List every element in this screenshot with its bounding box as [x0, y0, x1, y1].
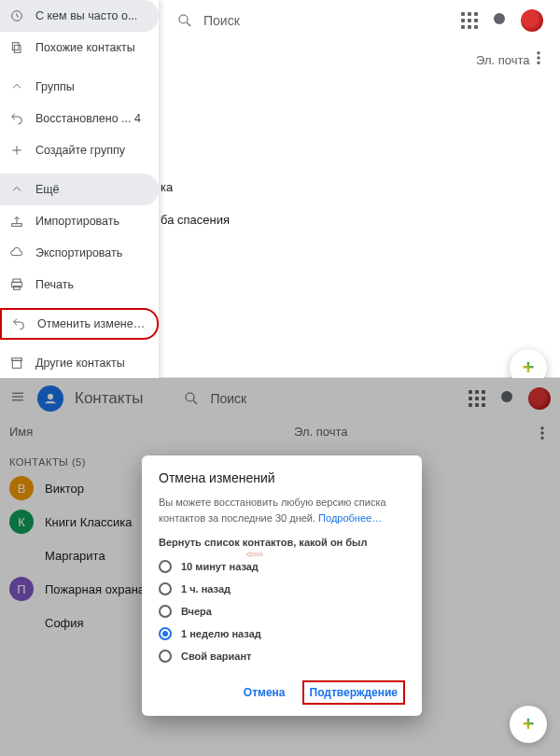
undo-icon — [9, 109, 24, 128]
sidebar-item[interactable]: Другие контакты — [0, 347, 159, 379]
radio-label: 1 неделю назад — [181, 628, 261, 639]
dialog-title: Отмена изменений — [159, 470, 405, 485]
sidebar-item-label: Экспортировать — [35, 246, 149, 259]
svg-point-2 — [494, 13, 505, 24]
sidebar: С кем вы часто о...Похожие контактыГрупп… — [0, 0, 159, 378]
sidebar-item-label: Похожие контакты — [35, 41, 149, 54]
sidebar-item-label: Группы — [35, 80, 149, 93]
annotation-arrow — [246, 546, 263, 567]
dialog-actions: Отмена Подтверждение — [159, 680, 405, 705]
radio-icon — [159, 627, 172, 640]
column-header-row: Эл. почта — [168, 47, 551, 73]
chevron-up-icon — [9, 77, 24, 96]
sidebar-item[interactable]: Отменить изменения — [0, 308, 159, 340]
history-icon — [9, 7, 24, 25]
sidebar-item-label: Ещё — [35, 183, 149, 196]
radio-option[interactable]: Вчера — [159, 600, 405, 623]
create-contact-fab[interactable]: + — [510, 706, 547, 743]
svg-point-4 — [538, 57, 539, 59]
undo-changes-dialog: Отмена изменений Вы можете восстановить … — [142, 455, 422, 716]
sidebar-item-label: С кем вы часто о... — [35, 9, 149, 22]
plus-icon: + — [523, 712, 535, 736]
radio-icon — [159, 582, 172, 595]
radio-option[interactable]: 1 ч. назад — [159, 578, 405, 600]
svg-marker-32 — [246, 553, 262, 557]
radio-option[interactable]: 1 неделю назад — [159, 623, 405, 645]
email-column-header: Эл. почта — [476, 53, 530, 67]
svg-point-3 — [538, 52, 539, 54]
sidebar-item[interactable]: Импортировать — [0, 205, 159, 237]
radio-icon — [159, 560, 172, 573]
print-icon — [9, 275, 24, 294]
plus-icon: + — [523, 356, 535, 380]
copy-icon — [9, 38, 24, 57]
svg-rect-17 — [12, 360, 21, 368]
radio-label: Вчера — [181, 606, 212, 617]
sidebar-item-label: Другие контакты — [35, 357, 149, 370]
sidebar-item-label: Импортировать — [35, 215, 149, 228]
sidebar-item[interactable]: Группы — [0, 71, 159, 103]
sidebar-item[interactable]: Создайте группу — [0, 134, 159, 166]
svg-rect-8 — [12, 43, 19, 50]
sidebar-item[interactable]: Экспортировать — [0, 237, 159, 269]
apps-grid-icon[interactable] — [461, 12, 478, 29]
radio-group: 10 минут назад1 ч. назадВчера1 неделю на… — [159, 555, 405, 667]
svg-rect-15 — [14, 286, 21, 289]
sidebar-item[interactable]: Ещё — [0, 174, 159, 205]
confirm-button[interactable]: Подтверждение — [302, 680, 405, 705]
sidebar-item[interactable]: Печать — [0, 269, 159, 301]
sidebar-item[interactable]: Похожие контакты — [0, 32, 159, 63]
chevron-up-icon — [9, 180, 24, 199]
radio-icon — [159, 650, 172, 663]
header-icons — [461, 9, 543, 32]
radio-icon — [159, 605, 172, 618]
radio-option[interactable]: 10 минут назад — [159, 555, 405, 578]
radio-label: Свой вариант — [181, 651, 251, 662]
content-peek: ка ба спасения — [161, 79, 230, 234]
sidebar-item-label: Создайте группу — [35, 144, 149, 157]
account-avatar[interactable] — [521, 9, 543, 32]
search-bar[interactable]: Поиск — [175, 11, 461, 30]
svg-rect-7 — [14, 45, 21, 52]
sidebar-item-label: Печать — [35, 278, 149, 291]
radio-option[interactable]: Свой вариант — [159, 645, 405, 667]
notifications-icon[interactable] — [491, 10, 508, 31]
undo-icon — [11, 315, 26, 333]
search-placeholder: Поиск — [203, 13, 240, 28]
search-icon — [175, 11, 194, 30]
sidebar-item-label: Восстановлено ... 4 — [35, 112, 149, 125]
svg-point-5 — [538, 62, 539, 63]
radio-label: 1 ч. назад — [181, 583, 231, 595]
cloud-icon — [9, 244, 24, 262]
sidebar-item[interactable]: С кем вы часто о... — [0, 0, 159, 32]
plus-icon — [9, 141, 24, 160]
dialog-description: Вы можете восстановить любую версию спис… — [159, 495, 405, 525]
sidebar-item-label: Отменить изменения — [37, 317, 147, 330]
svg-point-0 — [179, 15, 188, 23]
dialog-subheading: Вернуть список контактов, какой он был — [159, 537, 405, 548]
svg-rect-12 — [12, 224, 22, 227]
learn-more-link[interactable]: Подробнее… — [318, 512, 382, 524]
top-screenshot: Поиск Эл. почта ка ба спасения С кем вы … — [0, 0, 560, 378]
top-header: Поиск — [168, 0, 551, 41]
upload-icon — [9, 212, 24, 231]
more-icon[interactable] — [530, 49, 547, 70]
sidebar-item[interactable]: Восстановлено ... 4 — [0, 103, 159, 134]
archive-icon — [9, 354, 24, 372]
cancel-button[interactable]: Отмена — [236, 680, 293, 705]
svg-line-1 — [187, 22, 190, 26]
